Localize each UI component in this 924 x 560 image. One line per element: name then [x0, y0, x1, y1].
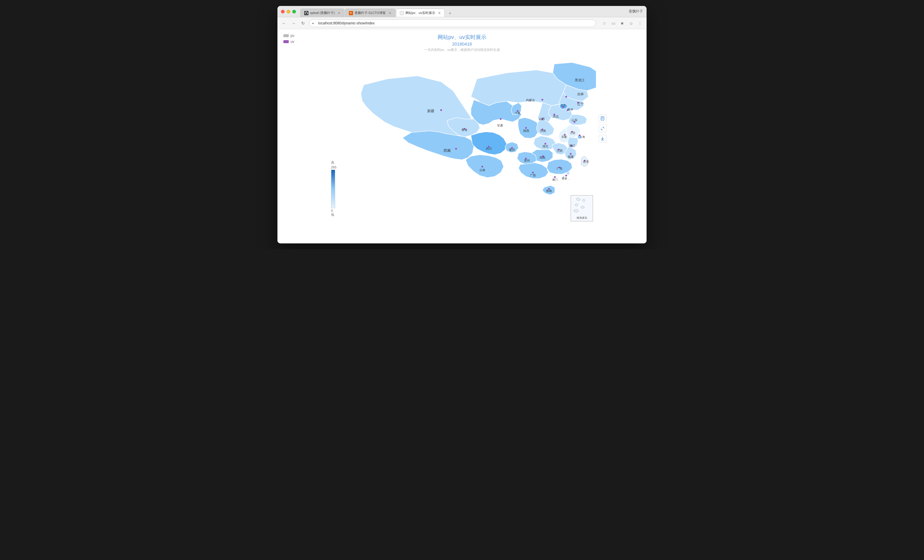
province-inner-mongolia[interactable]	[471, 70, 566, 106]
tab-pv-uv[interactable]: 网站pv、uv实时展示 ✕	[396, 9, 445, 17]
dot-fujian	[570, 153, 572, 155]
menu-button[interactable]: ⋮	[636, 19, 644, 27]
maximize-button[interactable]	[292, 10, 296, 13]
chart-date: 20180416	[282, 41, 642, 46]
cast-button[interactable]: ▭	[610, 19, 617, 27]
tab-bar: xpleaf (香飘叶子) ✕ 51 香飘叶子-51CTO博客 ✕ 网站pv、u…	[300, 6, 454, 17]
label-sichuan: 四川	[486, 147, 492, 150]
label-liaoning: 辽宁	[577, 102, 584, 106]
address-bar: ← → ↻ ● ☆ ▭ ■ ☺ ⋮	[278, 17, 646, 29]
avatar-button[interactable]: ☺	[627, 19, 634, 27]
minimize-button[interactable]	[286, 10, 290, 13]
south-sea-box: 南海诸岛	[571, 195, 593, 222]
dot-gansu	[500, 118, 502, 120]
dot-tibet	[455, 148, 457, 150]
user-profile: 香飘叶子	[629, 9, 643, 14]
legend-pv: pv	[284, 34, 294, 38]
tool-download-button[interactable]	[598, 135, 606, 142]
color-scale: 265 0	[331, 160, 336, 217]
province-sichuan[interactable]	[471, 132, 507, 155]
province-shaanxi[interactable]	[518, 118, 539, 138]
forward-button[interactable]: →	[290, 19, 297, 27]
dot-xinjiang	[440, 109, 442, 111]
close-button[interactable]	[281, 10, 285, 13]
label-hunan: 湖南	[539, 156, 545, 159]
scale-low-value: 0	[331, 209, 333, 213]
dot-yunnan	[482, 166, 483, 168]
dot-inner-mongolia	[542, 99, 543, 100]
china-map: 黑龙江 吉林 辽宁 内蒙古 新疆 北京 天津 河北 山西 山东 河南 陕西 宁夏…	[328, 55, 596, 228]
chart-subtitle: 一天内实时pv、uv展示，根据用户访问情况实时生成	[282, 48, 642, 52]
scale-high-label	[331, 160, 334, 165]
label-guangxi: 广西	[530, 174, 536, 177]
label-tibet: 西藏	[444, 148, 451, 153]
label-ningxia: 宁夏	[515, 112, 520, 115]
tab-51cto[interactable]: 51 香飘叶子-51CTO博客 ✕	[345, 9, 395, 17]
label-jiangsu: 江苏	[570, 132, 575, 135]
label-qinghai: 青海	[461, 128, 467, 132]
label-chongqing: 重庆	[509, 148, 515, 151]
scale-high-value: 265	[331, 165, 336, 169]
label-beijing: 北京	[561, 104, 566, 107]
legend-uv-label: uv	[291, 40, 294, 44]
map-wrapper: 265 0	[328, 55, 596, 229]
tab-51cto-close[interactable]: ✕	[388, 11, 392, 15]
label-gansu: 甘肃	[497, 124, 503, 127]
label-taiwan: 台湾	[583, 160, 589, 163]
label-inner-mongolia: 内蒙古	[526, 99, 535, 102]
label-jiangxi: 江西	[556, 149, 562, 152]
tab-pv-uv-close[interactable]: ✕	[438, 11, 441, 15]
label-shanxi: 山西	[539, 117, 545, 121]
label-guizhou: 贵州	[524, 159, 530, 162]
label-hebei: 河北	[553, 115, 559, 118]
traffic-lights	[281, 10, 296, 13]
legend-pv-color	[284, 34, 289, 37]
address-input[interactable]	[309, 19, 596, 27]
new-tab-button[interactable]: +	[447, 10, 454, 17]
label-anhui: 安徽	[561, 135, 567, 138]
tab-xpleaf-label: xpleaf (香飘叶子)	[310, 11, 335, 15]
label-fujian: 福建	[568, 155, 574, 158]
label-hainan: 海南	[546, 189, 552, 193]
legend: pv uv	[284, 34, 294, 44]
map-container: 265 0	[282, 55, 642, 229]
dot-macau	[554, 176, 556, 178]
addr-right-icons: ☆ ▭ ■ ☺ ⋮	[601, 19, 644, 27]
label-macau: 澳门	[552, 178, 558, 181]
tab-pv-uv-label: 网站pv、uv实时展示	[405, 11, 435, 15]
chart-title: 网站pv、uv实时展示	[282, 34, 642, 41]
label-henan: 河南	[540, 129, 546, 132]
label-shanghai: 上海	[580, 135, 585, 138]
tab-xpleaf[interactable]: xpleaf (香飘叶子) ✕	[300, 9, 344, 17]
label-jilin: 吉林	[577, 92, 584, 96]
tool-refresh-button[interactable]	[598, 125, 606, 132]
dot-jilin	[565, 96, 567, 97]
dot-shaanxi	[525, 127, 527, 129]
browser-window: xpleaf (香飘叶子) ✕ 51 香飘叶子-51CTO博客 ✕ 网站pv、u…	[278, 6, 646, 243]
province-henan[interactable]	[536, 119, 554, 136]
scale-bar	[331, 169, 335, 208]
label-xinjiang: 新疆	[427, 109, 434, 113]
label-heilongjiang: 黑龙江	[575, 78, 585, 82]
bookmark-button[interactable]: ☆	[601, 19, 608, 27]
titlebar: xpleaf (香飘叶子) ✕ 51 香飘叶子-51CTO博客 ✕ 网站pv、u…	[278, 6, 646, 17]
label-hongkong: 香港 ，	[562, 177, 571, 180]
label-yunnan: 云南	[479, 168, 485, 172]
lock-icon: ●	[312, 21, 314, 25]
extensions-button[interactable]: ■	[619, 19, 626, 27]
right-tools	[598, 115, 606, 142]
back-button[interactable]: ←	[280, 19, 288, 27]
label-shaanxi: 陕西	[524, 129, 529, 132]
label-zhejiang: 浙江	[569, 144, 575, 147]
label-shandong: 山东	[572, 118, 578, 122]
legend-uv-color	[284, 40, 289, 43]
label-guangdong: 广东	[556, 167, 562, 170]
province-yunnan[interactable]	[466, 155, 504, 178]
dot-guangxi	[532, 172, 534, 174]
reload-button[interactable]: ↻	[300, 19, 307, 27]
tab-xpleaf-close[interactable]: ✕	[338, 11, 340, 15]
label-hubei: 湖北	[542, 145, 548, 148]
tool-doc-button[interactable]	[598, 115, 606, 122]
main-content: pv uv 网站pv、uv实时展示 20180416 一天内实时pv、uv展示，…	[278, 29, 646, 243]
scale-low-label	[331, 213, 334, 217]
